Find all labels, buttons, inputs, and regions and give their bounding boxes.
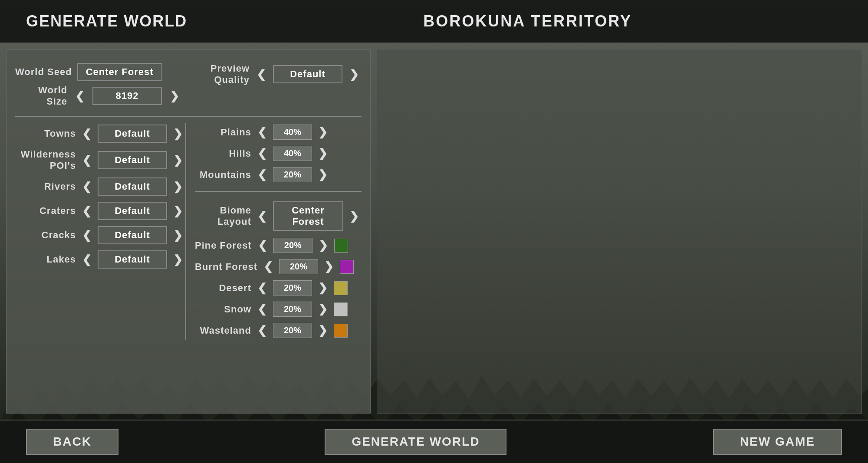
- preview-value-box[interactable]: Default: [273, 65, 342, 83]
- pine-forest-row: Pine Forest ❮ 20% ❯: [195, 236, 362, 255]
- craters-decrease-button[interactable]: ❮: [79, 204, 94, 219]
- left-settings-col: Towns ❮ Default ❯ Wilderness POI's ❮ Def…: [15, 123, 185, 340]
- rivers-increase-button[interactable]: ❯: [171, 179, 185, 194]
- back-button[interactable]: BACK: [26, 429, 118, 455]
- biome-layout-increase-button[interactable]: ❯: [347, 209, 362, 224]
- size-increase-button[interactable]: ❯: [167, 89, 182, 104]
- cracks-value-box[interactable]: Default: [98, 226, 167, 244]
- mountains-value-box[interactable]: 20%: [273, 167, 312, 182]
- burnt-forest-row: Burnt Forest ❮ 20% ❯: [195, 257, 362, 276]
- desert-color-swatch: [334, 281, 348, 295]
- mountains-row: Mountains ❮ 20% ❯: [195, 165, 362, 184]
- right-settings-col: Plains ❮ 40% ❯ Hills ❮ 40% ❯ Mountains ❮…: [185, 123, 362, 340]
- wasteland-increase-button[interactable]: ❯: [316, 323, 330, 338]
- snow-decrease-button[interactable]: ❮: [255, 302, 270, 317]
- generate-world-button[interactable]: GENERATE WORLD: [325, 429, 506, 455]
- pine-forest-label: Pine Forest: [195, 240, 252, 251]
- wilderness-row: Wilderness POI's ❮ Default ❯: [15, 147, 185, 173]
- seed-label: World Seed: [15, 66, 72, 78]
- seed-row: World Seed Center Forest: [15, 63, 182, 81]
- hills-row: Hills ❮ 40% ❯: [195, 144, 362, 163]
- preview-quality-area: Preview Quality ❮ Default ❯: [204, 63, 362, 90]
- rivers-label: Rivers: [24, 181, 76, 192]
- settings-grid: Towns ❮ Default ❯ Wilderness POI's ❮ Def…: [15, 123, 362, 340]
- left-panel: World Seed Center Forest World Size ❮ 81…: [6, 49, 371, 414]
- snow-increase-button[interactable]: ❯: [316, 302, 330, 317]
- rivers-value-box[interactable]: Default: [98, 177, 167, 196]
- snow-label: Snow: [195, 304, 251, 315]
- lakes-value-box[interactable]: Default: [98, 250, 167, 269]
- mountains-increase-button[interactable]: ❯: [316, 167, 330, 182]
- cracks-decrease-button[interactable]: ❮: [79, 228, 94, 243]
- pine-forest-increase-button[interactable]: ❯: [316, 238, 331, 253]
- towns-decrease-button[interactable]: ❮: [79, 126, 94, 141]
- snow-color-swatch: [334, 302, 348, 316]
- towns-value-box[interactable]: Default: [98, 125, 167, 143]
- biome-layout-decrease-button[interactable]: ❮: [255, 209, 270, 224]
- wasteland-row: Wasteland ❮ 20% ❯: [195, 321, 362, 340]
- main-layout: World Seed Center Forest World Size ❮ 81…: [0, 43, 868, 420]
- biome-layout-label: Biome Layout: [195, 205, 251, 227]
- hills-increase-button[interactable]: ❯: [316, 146, 330, 161]
- wasteland-decrease-button[interactable]: ❮: [255, 323, 270, 338]
- desert-increase-button[interactable]: ❯: [316, 280, 330, 296]
- burnt-forest-label: Burnt Forest: [195, 261, 257, 273]
- preview-increase-button[interactable]: ❯: [347, 67, 362, 82]
- craters-value-box[interactable]: Default: [98, 202, 167, 220]
- plains-decrease-button[interactable]: ❮: [255, 125, 270, 140]
- plains-label: Plains: [195, 127, 251, 138]
- cracks-row: Cracks ❮ Default ❯: [15, 224, 185, 246]
- desert-label: Desert: [195, 282, 251, 294]
- new-game-button[interactable]: NEW GAME: [713, 429, 842, 455]
- mountains-decrease-button[interactable]: ❮: [255, 167, 270, 182]
- pine-forest-value-box[interactable]: 20%: [273, 238, 312, 253]
- size-value-box[interactable]: 8192: [92, 87, 162, 105]
- burnt-forest-decrease-button[interactable]: ❮: [261, 259, 276, 274]
- lakes-decrease-button[interactable]: ❮: [79, 252, 94, 267]
- snow-row: Snow ❮ 20% ❯: [195, 300, 362, 319]
- burnt-forest-increase-button[interactable]: ❯: [322, 259, 336, 274]
- hills-value-box[interactable]: 40%: [273, 146, 312, 161]
- biome-layout-row: Biome Layout ❮ Center Forest ❯: [195, 201, 362, 231]
- size-row: World Size ❮ 8192 ❯: [15, 85, 182, 107]
- mountains-label: Mountains: [195, 169, 251, 181]
- plains-increase-button[interactable]: ❯: [316, 125, 330, 140]
- towns-label: Towns: [24, 128, 76, 139]
- cracks-increase-button[interactable]: ❯: [171, 228, 185, 243]
- size-decrease-button[interactable]: ❮: [72, 89, 87, 104]
- seed-value-box[interactable]: Center Forest: [77, 63, 162, 81]
- burnt-forest-value-box[interactable]: 20%: [279, 259, 318, 274]
- preview-decrease-button[interactable]: ❮: [254, 67, 269, 82]
- desert-decrease-button[interactable]: ❮: [255, 280, 270, 296]
- burnt-forest-color-swatch: [340, 260, 354, 274]
- craters-increase-button[interactable]: ❯: [171, 204, 185, 219]
- pine-forest-color-swatch: [334, 239, 348, 253]
- size-label: World Size: [15, 85, 67, 107]
- rivers-decrease-button[interactable]: ❮: [79, 179, 94, 194]
- hills-label: Hills: [195, 148, 251, 159]
- wilderness-value-box[interactable]: Default: [98, 151, 167, 169]
- cracks-label: Cracks: [24, 230, 76, 241]
- wasteland-color-swatch: [334, 324, 348, 338]
- preview-quality-label: Preview Quality: [204, 63, 250, 85]
- lakes-increase-button[interactable]: ❯: [171, 252, 185, 267]
- wasteland-label: Wasteland: [195, 325, 251, 336]
- wilderness-increase-button[interactable]: ❯: [171, 153, 185, 168]
- craters-row: Craters ❮ Default ❯: [15, 200, 185, 222]
- preview-quality-row: Preview Quality ❮ Default ❯: [204, 63, 362, 85]
- desert-value-box[interactable]: 20%: [273, 280, 312, 296]
- wilderness-decrease-button[interactable]: ❮: [79, 153, 94, 168]
- header-title-left: GENERATE WORLD: [26, 12, 187, 30]
- plains-row: Plains ❮ 40% ❯: [195, 123, 362, 141]
- rivers-row: Rivers ❮ Default ❯: [15, 176, 185, 197]
- towns-increase-button[interactable]: ❯: [171, 126, 185, 141]
- snow-value-box[interactable]: 20%: [273, 302, 312, 317]
- wasteland-value-box[interactable]: 20%: [273, 323, 312, 338]
- wilderness-label: Wilderness POI's: [15, 149, 76, 171]
- plains-value-box[interactable]: 40%: [273, 125, 312, 140]
- biome-layout-value-box[interactable]: Center Forest: [273, 201, 343, 231]
- preview-panel: [377, 49, 862, 414]
- hills-decrease-button[interactable]: ❮: [255, 146, 270, 161]
- pine-forest-decrease-button[interactable]: ❮: [255, 238, 270, 253]
- top-divider: [15, 116, 362, 117]
